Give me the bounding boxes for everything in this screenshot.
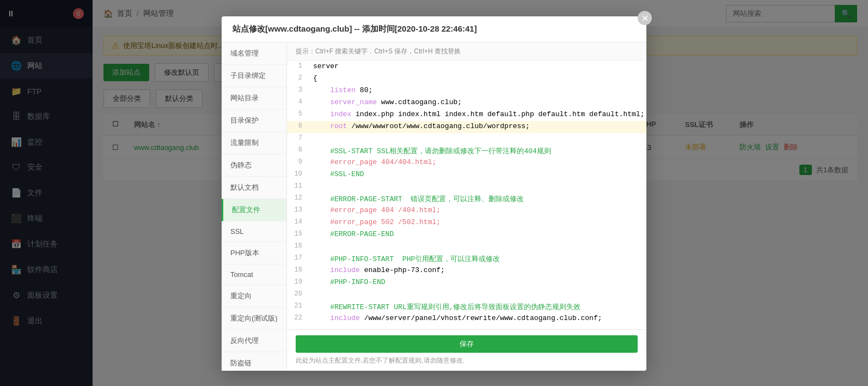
code-line-6: 6 root /www/wwwroot/www.cdtaogang.club/w… [287,121,646,133]
modal-body: 域名管理 子目录绑定 网站目录 目录保护 流量限制 伪静态 默认文档 配置文件 … [222,43,646,371]
modal-close-button[interactable]: ✕ [638,11,652,25]
modal-title: 站点修改[www.cdtaogang.club] -- 添加时间[2020-10… [233,24,477,34]
code-line-13: 13 #error_page 404 /404.html; [287,205,646,217]
modal-nav-config[interactable]: 配置文件 [222,199,286,221]
modal-header: 站点修改[www.cdtaogang.club] -- 添加时间[2020-10… [222,16,646,43]
modal-nav-domain[interactable]: 域名管理 [222,43,286,65]
modal-nav-subdir[interactable]: 子目录绑定 [222,65,286,87]
code-line-17: 17 #PHP-INFO-START PHP引用配置，可以注释或修改 [287,253,646,265]
code-line-18: 18 include enable-php-73.conf; [287,265,646,277]
config-modal: 站点修改[www.cdtaogang.club] -- 添加时间[2020-10… [222,16,646,371]
code-line-16: 16 [287,241,646,253]
modal-config-content: 提示：Ctrl+F 搜索关键字，Ctrl+S 保存，Ctrl+H 查找替换 1 … [287,43,646,371]
code-line-4: 4 server_name www.cdtaogang.club; [287,97,646,109]
modal-nav-phpver[interactable]: PHP版本 [222,242,286,264]
code-line-7: 7 [287,133,646,145]
code-line-5: 5 index index.php index.html index.htm d… [287,109,646,121]
modal-nav-ssl[interactable]: SSL [222,221,286,242]
code-line-3: 3 listen 80; [287,85,646,97]
modal-nav-defaultdoc[interactable]: 默认文档 [222,177,286,199]
modal-nav: 域名管理 子目录绑定 网站目录 目录保护 流量限制 伪静态 默认文档 配置文件 … [222,43,287,371]
code-line-2: 2 { [287,73,646,85]
code-line-22: 22 include /www/server/panel/vhost/rewri… [287,313,646,325]
modal-nav-tomcat[interactable]: Tomcat [222,264,286,285]
code-line-19: 19 #PHP-INFO-END [287,277,646,289]
save-button[interactable]: 保存 [296,335,638,353]
modal-nav-sitedir[interactable]: 网站目录 [222,87,286,110]
modal-nav-reverseproxy[interactable]: 反向代理 [222,330,286,352]
code-line-8: 8 #SSL-START SSL相关配置，请勿删除或修改下一行带注释的404规则 [287,145,646,157]
modal-nav-dirprot[interactable]: 目录保护 [222,110,286,132]
modal-nav-rewrite[interactable]: 伪静态 [222,154,286,177]
modal-hint: 提示：Ctrl+F 搜索关键字，Ctrl+S 保存，Ctrl+H 查找替换 [287,43,646,61]
code-line-15: 15 #ERROR-PAGE-END [287,229,646,241]
code-editor[interactable]: 1 server 2 { 3 listen 80; [287,61,646,329]
modal-overlay: 站点修改[www.cdtaogang.club] -- 添加时间[2020-10… [0,0,868,386]
modal-nav-hotlink[interactable]: 防盗链 [222,352,286,371]
code-line-11: 11 [287,181,646,193]
footer-note: 此处为站点主配置文件,若您不了解配置规则,请勿随意修改. [296,356,638,365]
code-line-14: 14 #error_page 502 /502.html; [287,217,646,229]
modal-nav-traffic[interactable]: 流量限制 [222,132,286,154]
modal-nav-redirect2[interactable]: 重定向(测试版) [222,307,286,330]
code-line-21: 21 #REWRITE-START URL重写规则引用,修改后将导致面板设置的伪… [287,301,646,313]
modal-nav-redirect[interactable]: 重定向 [222,285,286,307]
code-line-20: 20 [287,289,646,301]
code-line-1: 1 server [287,61,646,73]
code-line-10: 10 #SSL-END [287,169,646,181]
modal-footer: 保存 此处为站点主配置文件,若您不了解配置规则,请勿随意修改. [287,329,646,371]
code-line-12: 12 #ERROR-PAGE-START 错误页配置，可以注释、删除或修改 [287,193,646,205]
code-line-9: 9 #error_page 404/404.html; [287,157,646,169]
